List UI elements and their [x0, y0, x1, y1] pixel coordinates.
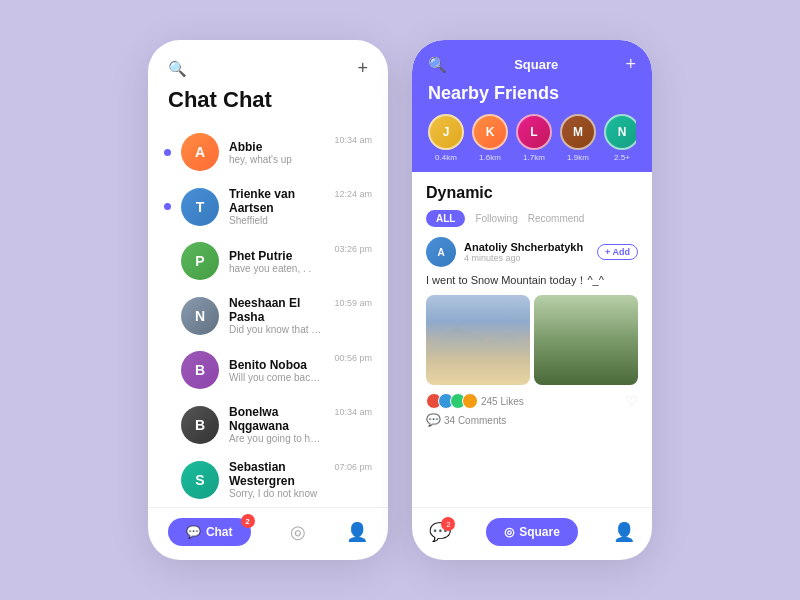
nearby-avatar: N [604, 114, 636, 150]
square-icon: ◎ [504, 525, 514, 539]
chat-nav-label: Chat [206, 525, 233, 539]
nearby-avatar: L [516, 114, 552, 150]
chat-list: A Abbie hey, what's up 10:34 am T Trienk… [148, 125, 388, 507]
post-image-forest [534, 295, 638, 385]
nearby-distance: 1.7km [523, 153, 545, 162]
post-author-info: Anatoliy Shcherbatykh 4 minutes ago [464, 241, 589, 263]
chat-preview: Sorry, I do not know [229, 488, 324, 499]
avatar: T [181, 188, 219, 226]
chat-name: Trienke van Aartsen [229, 187, 324, 215]
chat-name: Abbie [229, 140, 324, 154]
chat-preview: Will you come back to dinner tonight? [229, 372, 324, 383]
heart-icon[interactable]: ♡ [625, 393, 638, 409]
right-phone: 🔍 Square + Nearby Friends J 0.4km K 1.6k… [412, 40, 652, 560]
chat-time: 03:26 pm [334, 244, 372, 254]
square-nav-button[interactable]: ◎ Square [486, 518, 578, 546]
nearby-avatar: K [472, 114, 508, 150]
chat-info: Neeshaan El Pasha Did you know that Lisa… [229, 296, 324, 335]
profile-icon-right[interactable]: 👤 [613, 521, 635, 543]
nearby-friend-item[interactable]: K 1.6km [472, 114, 508, 162]
nearby-distance: 1.9km [567, 153, 589, 162]
square-nav-label: Square [519, 525, 560, 539]
chat-name: Benito Noboa [229, 358, 324, 372]
chat-name: Phet Putrie [229, 249, 324, 263]
comments-action[interactable]: 💬 34 Comments [426, 413, 638, 427]
filter-tabs: ALLFollowingRecommend [426, 210, 638, 227]
right-bottom-nav: 💬 2 ◎ Square 👤 [412, 507, 652, 560]
post-images [426, 295, 638, 385]
post-author-avatar: A [426, 237, 456, 267]
bottom-nav: 💬 Chat 2 ◎ 👤 [148, 507, 388, 560]
right-header: 🔍 Square + Nearby Friends J 0.4km K 1.6k… [412, 40, 652, 172]
add-icon[interactable]: + [357, 58, 368, 79]
chat-time: 12:24 am [334, 189, 372, 199]
chat-info: Phet Putrie have you eaten, . . [229, 249, 324, 274]
page-title: Chat Chat [148, 83, 388, 125]
nearby-distance: 0.4km [435, 153, 457, 162]
liker-avatar-4 [462, 393, 478, 409]
nearby-friend-item[interactable]: M 1.9km [560, 114, 596, 162]
chat-list-item[interactable]: T Trienke van Aartsen Sheffield 12:24 am [148, 179, 388, 234]
comment-icon: 💬 [426, 413, 441, 427]
chat-nav-button[interactable]: 💬 Chat 2 [168, 518, 251, 546]
chat-list-item[interactable]: B Benito Noboa Will you come back to din… [148, 343, 388, 397]
chat-preview: Did you know that Lisa didn't come to wo… [229, 324, 324, 335]
post-actions: 245 Likes ♡ [426, 393, 638, 409]
top-bar: 🔍 + [148, 40, 388, 83]
right-chat-badge: 2 [441, 517, 455, 531]
filter-tab-following[interactable]: Following [475, 213, 517, 224]
avatar: B [181, 351, 219, 389]
avatar: P [181, 242, 219, 280]
header-title: Square [514, 57, 558, 72]
nearby-avatar: J [428, 114, 464, 150]
chat-info: Trienke van Aartsen Sheffield [229, 187, 324, 226]
likes-count: 245 Likes [481, 396, 524, 407]
chat-name: Neeshaan El Pasha [229, 296, 324, 324]
avatar: B [181, 406, 219, 444]
avatar: S [181, 461, 219, 499]
chat-info: Bonelwa Nqgawana Are you going to hang o… [229, 405, 324, 444]
chat-list-item[interactable]: B Bonelwa Nqgawana Are you going to hang… [148, 397, 388, 452]
nearby-friend-item[interactable]: L 1.7km [516, 114, 552, 162]
chat-name: Bonelwa Nqgawana [229, 405, 324, 433]
search-icon[interactable]: 🔍 [168, 60, 187, 78]
chat-badge: 2 [241, 514, 255, 528]
add-friend-button[interactable]: + Add [597, 244, 638, 260]
avatar: A [181, 133, 219, 171]
nearby-distance: 1.6km [479, 153, 501, 162]
add-icon-right[interactable]: + [625, 54, 636, 75]
chat-time: 00:56 pm [334, 353, 372, 363]
chat-list-item[interactable]: A Abbie hey, what's up 10:34 am [148, 125, 388, 179]
post-time: 4 minutes ago [464, 253, 589, 263]
likes-action[interactable]: 245 Likes [426, 393, 524, 409]
dynamic-section: Dynamic ALLFollowingRecommend A Anatoliy… [412, 172, 652, 507]
post-author: A Anatoliy Shcherbatykh 4 minutes ago + … [426, 237, 638, 267]
chat-bubble-icon: 💬 [186, 525, 201, 539]
profile-icon[interactable]: 👤 [346, 521, 368, 543]
chat-preview: hey, what's up [229, 154, 324, 165]
chat-time: 10:34 am [334, 135, 372, 145]
chat-list-item[interactable]: N Neeshaan El Pasha Did you know that Li… [148, 288, 388, 343]
explore-icon[interactable]: ◎ [290, 521, 306, 543]
chat-icon-wrapper[interactable]: 💬 2 [429, 521, 451, 543]
post-author-name: Anatoliy Shcherbatykh [464, 241, 589, 253]
chat-time: 10:59 am [334, 298, 372, 308]
chat-info: Abbie hey, what's up [229, 140, 324, 165]
chat-preview: Are you going to hang out next weekend? [229, 433, 324, 444]
chat-list-item[interactable]: P Phet Putrie have you eaten, . . 03:26 … [148, 234, 388, 288]
nearby-friend-item[interactable]: N 2.5+ [604, 114, 636, 162]
filter-tab-recommend[interactable]: Recommend [528, 213, 585, 224]
chat-info: Sebastian Westergren Sorry, I do not kno… [229, 460, 324, 499]
search-icon-right[interactable]: 🔍 [428, 56, 447, 74]
nearby-friend-item[interactable]: J 0.4km [428, 114, 464, 162]
chat-time: 07:06 pm [334, 462, 372, 472]
left-phone: 🔍 + Chat Chat A Abbie hey, what's up 10:… [148, 40, 388, 560]
unread-dot [164, 149, 171, 156]
chat-list-item[interactable]: S Sebastian Westergren Sorry, I do not k… [148, 452, 388, 507]
filter-tab-all[interactable]: ALL [426, 210, 465, 227]
unread-dot [164, 203, 171, 210]
comments-count: 34 Comments [444, 415, 506, 426]
nearby-avatar: M [560, 114, 596, 150]
chat-preview: Sheffield [229, 215, 324, 226]
nearby-friends-list: J 0.4km K 1.6km L 1.7km M 1.9km N 2.5+ [428, 114, 636, 172]
